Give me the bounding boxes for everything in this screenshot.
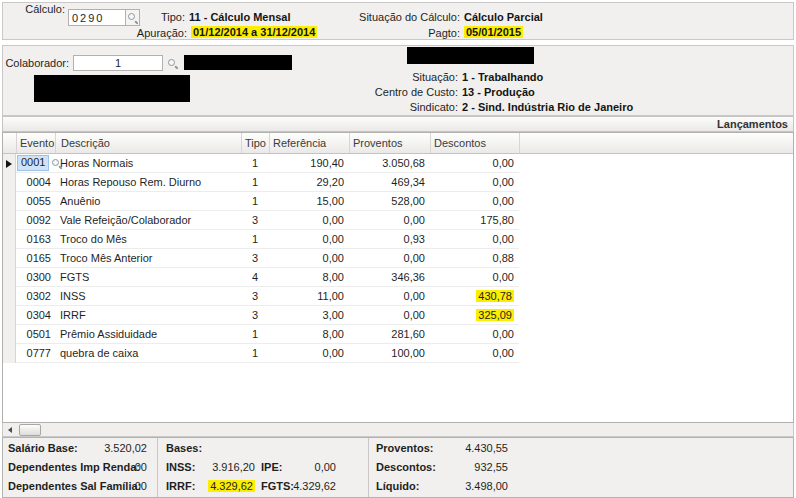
row-cells: 0004Horas Repouso Rem. Diurno129,20469,3…: [16, 173, 519, 192]
row-cells: 0777quebra de caixa10,00100,000,00: [16, 344, 519, 363]
cell-evento: 0092: [16, 211, 55, 229]
descontos-total-label: Descontos:: [376, 461, 436, 473]
colaborador-input[interactable]: 1: [73, 55, 163, 71]
salario-base-value: 3.520,02: [104, 442, 147, 454]
centro-custo-value: 13 - Produção: [462, 86, 535, 98]
colaborador-input-value: 1: [115, 57, 121, 69]
inss-label: INSS:: [166, 461, 195, 473]
table-row[interactable]: 0001Horas Normais1190,403.050,680,00: [3, 154, 793, 173]
evento-code: 0165: [27, 252, 51, 264]
table-row[interactable]: 0055Anuênio115,00528,000,00: [3, 192, 793, 211]
cell-proventos: 0,00: [349, 249, 430, 267]
dep-imp-renda-label: Dependentes Imp Renda:: [8, 461, 140, 473]
table-row[interactable]: 0092Vale Refeição/Colaborador30,000,0017…: [3, 211, 793, 230]
highlighted-desconto: 325,09: [476, 309, 514, 321]
table-row[interactable]: 0004Horas Repouso Rem. Diurno129,20469,3…: [3, 173, 793, 192]
ipe-value: 0,00: [278, 461, 336, 473]
row-cells: 0001Horas Normais1190,403.050,680,00: [16, 154, 519, 173]
cell-referencia: 0,00: [269, 344, 349, 362]
row-selector: [3, 325, 16, 344]
table-row[interactable]: 0777quebra de caixa10,00100,000,00: [3, 344, 793, 363]
cell-tipo: 1: [241, 344, 269, 362]
column-header-descontos[interactable]: Descontos: [431, 133, 520, 153]
cell-proventos: 528,00: [349, 192, 430, 210]
lancamentos-tab-bar[interactable]: Lançamentos: [2, 116, 794, 132]
cell-referencia: 190,40: [269, 154, 349, 172]
cell-descricao: Horas Repouso Rem. Diurno: [55, 173, 241, 191]
cell-proventos: 346,36: [349, 268, 430, 286]
evento-code: 0092: [27, 214, 51, 226]
row-filler: [519, 325, 793, 344]
evento-code: 0055: [27, 195, 51, 207]
table-row[interactable]: 0501Prêmio Assiduidade18,00281,600,00: [3, 325, 793, 344]
apuracao-value: 01/12/2014 a 31/12/2014: [191, 26, 317, 38]
table-row[interactable]: 0165Troco Mês Anterior30,000,000,88: [3, 249, 793, 268]
table-row[interactable]: 0302INSS311,000,00430,78: [3, 287, 793, 306]
evento-code: 0302: [27, 290, 51, 302]
row-filler: [519, 287, 793, 306]
cell-descontos: 0,88: [430, 249, 519, 267]
scroll-left-arrow-icon[interactable]: [8, 427, 12, 433]
row-selector: [3, 192, 16, 211]
cell-descricao: Horas Normais: [55, 154, 241, 172]
row-filler: [519, 268, 793, 287]
row-filler: [519, 192, 793, 211]
row-filler: [519, 249, 793, 268]
calc-header-panel: Cálculo: 0290 Tipo: 11 - Cálculo Mensal …: [2, 2, 794, 40]
cell-descricao: Troco do Mês: [55, 230, 241, 248]
scrollbar-thumb[interactable]: [19, 424, 41, 436]
column-header-referencia[interactable]: Referência: [270, 133, 350, 153]
cell-tipo: 1: [241, 154, 269, 172]
situacao-calculo-label: Situação do Cálculo:: [303, 11, 460, 23]
calculo-input[interactable]: 0290: [68, 9, 126, 26]
evento-code: 0004: [27, 176, 51, 188]
liquido-total-value: 3.498,00: [429, 480, 508, 492]
row-filler: [519, 154, 793, 173]
table-row[interactable]: 0300FGTS48,00346,360,00: [3, 268, 793, 287]
redacted-collaborator-name: [184, 55, 292, 70]
search-icon[interactable]: [51, 158, 55, 169]
row-selector: [3, 173, 16, 192]
column-header-filler: [520, 133, 793, 153]
row-cells: 0300FGTS48,00346,360,00: [16, 268, 519, 287]
evento-code: 0163: [27, 233, 51, 245]
column-header-proventos[interactable]: Proventos: [350, 133, 431, 153]
horizontal-scrollbar[interactable]: [2, 423, 794, 437]
row-cells: 0304IRRF33,000,00325,09: [16, 306, 519, 325]
cell-descricao: INSS: [55, 287, 241, 305]
column-header-tipo[interactable]: Tipo: [242, 133, 270, 153]
table-row[interactable]: 0304IRRF33,000,00325,09: [3, 306, 793, 325]
evento-code: 0501: [27, 328, 51, 340]
row-selector: [3, 306, 16, 325]
cell-descontos: 0,00: [430, 173, 519, 191]
column-header-evento[interactable]: Evento: [17, 133, 56, 153]
cell-descontos: 430,78: [430, 287, 519, 305]
cell-descontos: 0,00: [430, 268, 519, 286]
cell-descricao: Prêmio Assiduidade: [55, 325, 241, 343]
summary-bases-column: Bases: INSS: 3.916,20 IPE: 0,00 IRRF: 4.…: [158, 438, 369, 497]
cell-referencia: 0,00: [269, 249, 349, 267]
events-table: Evento Descrição Tipo Referência Provent…: [2, 132, 794, 423]
cell-tipo: 3: [241, 211, 269, 229]
row-cells: 0092Vale Refeição/Colaborador30,000,0017…: [16, 211, 519, 230]
cell-proventos: 469,34: [349, 173, 430, 191]
summary-left-column: Salário Base: 3.520,02 Dependentes Imp R…: [3, 438, 158, 497]
row-selector: [3, 287, 16, 306]
colaborador-search-button[interactable]: [165, 55, 180, 71]
payroll-window: Cálculo: 0290 Tipo: 11 - Cálculo Mensal …: [2, 2, 794, 498]
table-row[interactable]: 0163Troco do Mês10,000,930,00: [3, 230, 793, 249]
column-header-descricao[interactable]: Descrição: [56, 133, 242, 153]
bases-label: Bases:: [166, 442, 202, 454]
row-filler: [519, 306, 793, 325]
cell-referencia: 0,00: [269, 211, 349, 229]
cell-tipo: 3: [241, 306, 269, 324]
cell-evento: 0304: [16, 306, 55, 324]
evento-selected-cell[interactable]: 0001: [17, 155, 49, 171]
highlighted-desconto: 430,78: [476, 290, 514, 302]
fgts-value: 4.329,62: [278, 480, 336, 492]
evento-code: 0300: [27, 271, 51, 283]
descontos-total-value: 932,55: [429, 461, 508, 473]
apuracao-label: Apuração:: [103, 27, 187, 39]
row-cells: 0165Troco Mês Anterior30,000,000,88: [16, 249, 519, 268]
calculo-label: Cálculo:: [3, 3, 65, 15]
